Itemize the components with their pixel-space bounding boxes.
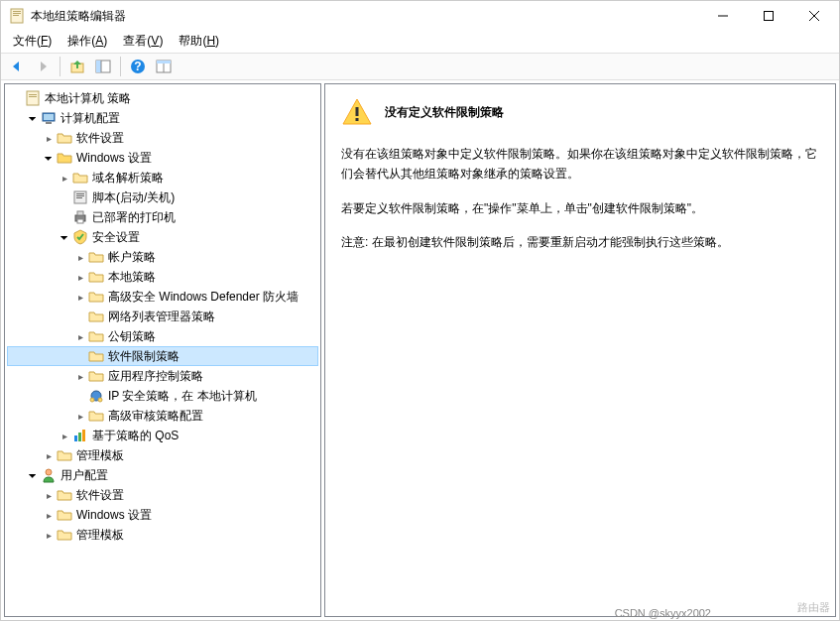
- folder-icon: [88, 348, 104, 364]
- tree-item[interactable]: ▸公钥策略: [7, 326, 318, 346]
- tree-item[interactable]: ▸域名解析策略: [7, 168, 318, 187]
- folder-icon: [88, 309, 104, 324]
- close-button[interactable]: [791, 1, 837, 31]
- svg-rect-17: [27, 91, 39, 105]
- tree-windows-settings[interactable]: ⏷Windows 设置: [7, 148, 318, 168]
- show-hide-tree-button[interactable]: [91, 55, 115, 78]
- tree-item[interactable]: ▸应用程序控制策略: [7, 366, 318, 386]
- properties-button[interactable]: [152, 55, 176, 78]
- tree-item[interactable]: ▸Windows 设置: [7, 505, 318, 525]
- window-title: 本地组策略编辑器: [31, 8, 700, 25]
- folder-icon: [88, 368, 104, 384]
- tree-security-settings[interactable]: ⏷安全设置: [7, 227, 318, 247]
- svg-rect-29: [77, 219, 83, 223]
- menu-view[interactable]: 查看(V): [115, 31, 171, 52]
- details-panel: 没有定义软件限制策略 没有在该组策略对象中定义软件限制策略。如果你在该组策略对象…: [324, 83, 836, 617]
- tree-item[interactable]: ▸软件设置: [7, 128, 318, 148]
- credit-text: CSDN @skyyx2002: [615, 607, 711, 619]
- doc-icon: [25, 90, 41, 106]
- tree-item[interactable]: ▸基于策略的 QoS: [7, 426, 318, 445]
- tree-item[interactable]: ▸管理模板: [7, 525, 318, 545]
- folder-icon: [57, 507, 72, 523]
- folder-icon: [88, 408, 104, 424]
- svg-rect-38: [356, 118, 359, 121]
- tree-item[interactable]: ▸高级审核策略配置: [7, 406, 318, 426]
- folder-icon: [88, 249, 104, 265]
- tree-item[interactable]: ▸网络列表管理器策略: [7, 307, 318, 326]
- svg-rect-15: [157, 61, 171, 63]
- forward-button[interactable]: [31, 55, 55, 78]
- watermark-text: 路由器: [797, 600, 830, 615]
- tree-software-restriction[interactable]: ▸软件限制策略: [7, 346, 318, 366]
- svg-rect-25: [76, 195, 84, 196]
- svg-rect-19: [29, 96, 37, 97]
- svg-rect-1: [13, 11, 21, 12]
- content-area: ▸ 本地计算机 策略 ⏷ 计算机配置 ▸软件设置: [1, 80, 839, 620]
- svg-rect-2: [13, 13, 21, 14]
- shield-icon: [72, 229, 88, 245]
- tree-user-config[interactable]: ⏷ 用户配置: [7, 465, 318, 485]
- folder-icon: [57, 487, 72, 503]
- tree-root[interactable]: ▸ 本地计算机 策略: [7, 88, 318, 108]
- svg-rect-5: [765, 12, 774, 21]
- policy-tree[interactable]: ▸ 本地计算机 策略 ⏷ 计算机配置 ▸软件设置: [7, 88, 318, 545]
- folder-open-icon: [57, 150, 72, 166]
- details-text: 注意: 在最初创建软件限制策略后，需要重新启动才能强制执行这些策略。: [341, 232, 819, 252]
- svg-point-32: [98, 398, 102, 402]
- folder-icon: [88, 269, 104, 285]
- svg-point-31: [90, 398, 94, 402]
- printer-icon: [72, 209, 88, 225]
- details-text: 若要定义软件限制策略，在"操作"菜单上，单击"创建软件限制策略"。: [341, 198, 819, 218]
- details-text: 没有在该组策略对象中定义软件限制策略。如果你在该组策略对象中定义软件限制策略，它…: [341, 144, 819, 185]
- toolbar-separator: [120, 57, 121, 76]
- svg-rect-34: [78, 433, 81, 441]
- tree-item[interactable]: ▸脚本(启动/关机): [7, 187, 318, 207]
- title-bar: 本地组策略编辑器: [1, 1, 839, 31]
- app-icon: [9, 8, 25, 24]
- menu-bar: 文件(F) 操作(A) 查看(V) 帮助(H): [1, 31, 839, 53]
- svg-rect-22: [46, 122, 52, 124]
- menu-action[interactable]: 操作(A): [60, 31, 115, 52]
- tree-item[interactable]: ▸管理模板: [7, 445, 318, 465]
- tree-item[interactable]: ▸高级安全 Windows Defender 防火墙: [7, 287, 318, 307]
- folder-icon: [57, 527, 72, 543]
- svg-rect-33: [74, 435, 77, 441]
- details-title: 没有定义软件限制策略: [385, 96, 504, 121]
- svg-text:?: ?: [134, 60, 141, 73]
- script-icon: [72, 189, 88, 205]
- svg-rect-18: [29, 94, 37, 95]
- folder-icon: [57, 447, 72, 463]
- details-header: 没有定义软件限制策略: [341, 96, 819, 128]
- warning-icon: [341, 96, 373, 128]
- tree-item[interactable]: ▸软件设置: [7, 485, 318, 505]
- tree-item[interactable]: ▸本地策略: [7, 267, 318, 287]
- tree-item[interactable]: ▸帐户策略: [7, 247, 318, 267]
- tree-item[interactable]: ▸已部署的打印机: [7, 207, 318, 227]
- up-button[interactable]: [65, 55, 89, 78]
- back-button[interactable]: [5, 55, 29, 78]
- svg-rect-35: [82, 430, 85, 441]
- help-button[interactable]: ?: [126, 55, 150, 78]
- toolbar: ?: [1, 53, 839, 80]
- network-icon: [88, 388, 104, 404]
- svg-rect-10: [96, 61, 101, 72]
- tree-item[interactable]: ▸IP 安全策略，在 本地计算机: [7, 386, 318, 406]
- folder-icon: [72, 170, 88, 186]
- user-icon: [41, 467, 57, 483]
- svg-rect-28: [77, 211, 83, 215]
- maximize-button[interactable]: [746, 1, 791, 31]
- computer-icon: [41, 110, 57, 126]
- svg-rect-26: [76, 197, 82, 198]
- svg-rect-24: [76, 193, 84, 194]
- svg-rect-37: [356, 107, 359, 116]
- folder-icon: [57, 130, 72, 146]
- details-body: 没有在该组策略对象中定义软件限制策略。如果你在该组策略对象中定义软件限制策略，它…: [341, 144, 819, 253]
- minimize-button[interactable]: [700, 1, 746, 31]
- tree-panel: ▸ 本地计算机 策略 ⏷ 计算机配置 ▸软件设置: [4, 83, 321, 617]
- menu-file[interactable]: 文件(F): [5, 31, 60, 52]
- tree-computer-config[interactable]: ⏷ 计算机配置: [7, 108, 318, 128]
- menu-help[interactable]: 帮助(H): [171, 31, 227, 52]
- folder-icon: [88, 328, 104, 344]
- folder-icon: [88, 289, 104, 305]
- svg-rect-21: [44, 114, 54, 120]
